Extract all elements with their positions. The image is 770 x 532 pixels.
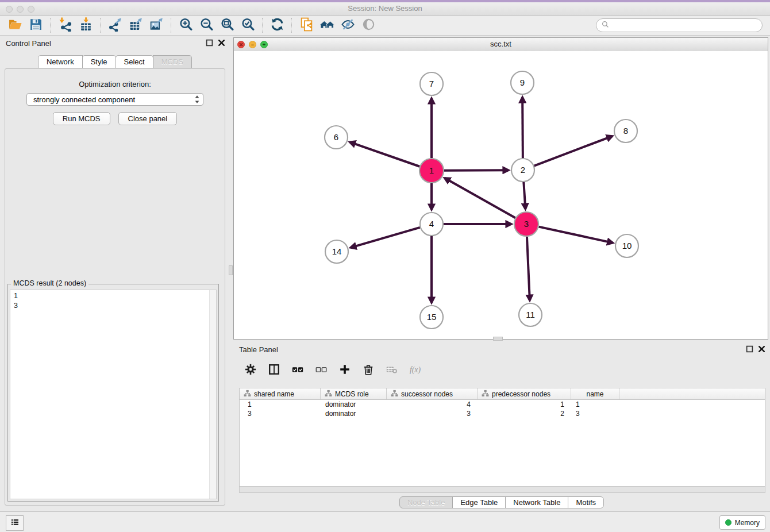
- table-row[interactable]: 1dominator411: [240, 400, 765, 409]
- toolbar-separator: [171, 18, 171, 33]
- graph-edge-3-1[interactable]: [445, 178, 515, 218]
- node-table: shared nameMCDS rolesuccessor nodesprede…: [239, 388, 765, 487]
- table-cell[interactable]: 1: [478, 400, 571, 408]
- close-panel-icon[interactable]: [218, 39, 225, 47]
- tab-select[interactable]: Select: [116, 55, 153, 68]
- open-session-button[interactable]: [5, 17, 25, 34]
- graph-edge-4-14[interactable]: [351, 228, 419, 248]
- mcds-result-box[interactable]: 1 3: [10, 290, 217, 499]
- minimize-window-button[interactable]: [17, 6, 24, 13]
- zoom-in-button[interactable]: [175, 17, 196, 34]
- table-tab-edge-table[interactable]: Edge Table: [452, 496, 506, 508]
- graph-node-14[interactable]: 14: [325, 240, 348, 263]
- import-table-button[interactable]: [75, 17, 96, 34]
- import-network-icon: [58, 17, 72, 34]
- graph-edge-2-8[interactable]: [534, 136, 613, 165]
- column-header-predecessor-nodes[interactable]: predecessor nodes: [478, 388, 571, 399]
- graph-edge-3-11[interactable]: [527, 237, 530, 300]
- graph-node-3[interactable]: 3: [514, 212, 538, 236]
- column-header-successor-nodes[interactable]: successor nodes: [387, 388, 478, 399]
- tab-style[interactable]: Style: [82, 55, 116, 68]
- zoom-window-button[interactable]: [28, 6, 34, 13]
- zoom-fit-button[interactable]: [217, 17, 237, 34]
- table-toolbar: f(x): [244, 359, 422, 382]
- column-header-name[interactable]: name: [571, 388, 619, 399]
- graph-node-6[interactable]: 6: [325, 126, 348, 149]
- delete-column-button[interactable]: [361, 364, 375, 377]
- graph-edge-1-2[interactable]: [444, 170, 509, 171]
- float-table-panel-icon[interactable]: [746, 345, 753, 353]
- table-tab-network-table[interactable]: Network Table: [505, 496, 568, 508]
- import-network-button[interactable]: [55, 17, 75, 34]
- vertical-splitter-handle[interactable]: [229, 265, 233, 275]
- trash-icon: [362, 363, 375, 378]
- export-table-button[interactable]: [125, 17, 146, 34]
- graph-edge-2-9[interactable]: [522, 97, 523, 158]
- unselect-all-icon: [315, 363, 328, 378]
- zoom-out-button[interactable]: [196, 17, 217, 34]
- svg-text:f(x): f(x): [410, 365, 421, 375]
- table-cell[interactable]: dominator: [321, 410, 387, 418]
- save-session-button[interactable]: [25, 17, 46, 34]
- table-cell[interactable]: 1: [571, 400, 619, 408]
- table-cell[interactable]: 1: [240, 400, 321, 408]
- unselect-all-columns-button[interactable]: [314, 364, 328, 377]
- refresh-layout-button[interactable]: [267, 17, 287, 34]
- add-column-button[interactable]: [338, 364, 352, 377]
- network-close-button[interactable]: ✕: [237, 41, 245, 48]
- close-panel-button[interactable]: Close panel: [118, 112, 178, 125]
- show-columns-button[interactable]: [267, 364, 281, 377]
- clone-network-button[interactable]: [296, 17, 317, 34]
- network-minimize-button[interactable]: −: [249, 41, 256, 48]
- graph-node-4[interactable]: 4: [420, 213, 443, 236]
- float-panel-icon[interactable]: [206, 39, 213, 47]
- table-hscrollbar[interactable]: [239, 487, 765, 493]
- graph-node-11[interactable]: 11: [519, 303, 542, 326]
- graph-node-9[interactable]: 9: [511, 71, 534, 94]
- home-neighbors-button[interactable]: [317, 17, 337, 34]
- graph-node-7[interactable]: 7: [420, 72, 443, 95]
- tab-mcds[interactable]: MCDS: [153, 55, 192, 68]
- graph-edge-1-6[interactable]: [350, 142, 419, 166]
- zoom-selected-button[interactable]: [237, 17, 258, 34]
- tab-network[interactable]: Network: [38, 55, 83, 68]
- optimization-criterion-select[interactable]: strongly connected component: [26, 93, 203, 106]
- graph-node-10[interactable]: 10: [615, 234, 638, 257]
- export-network-button[interactable]: [105, 17, 125, 34]
- network-window-titlebar[interactable]: ✕ − + scc.txt: [234, 38, 768, 52]
- close-table-panel-icon[interactable]: [758, 345, 765, 353]
- table-row[interactable]: 3dominator323: [240, 409, 765, 418]
- table-cell[interactable]: 3: [387, 410, 478, 418]
- table-tab-node-table[interactable]: Node Table: [399, 496, 453, 508]
- table-cell[interactable]: dominator: [321, 400, 387, 408]
- table-tab-motifs[interactable]: Motifs: [568, 496, 604, 508]
- network-maximize-button[interactable]: +: [260, 41, 268, 48]
- column-header-mcds-role[interactable]: MCDS role: [321, 388, 387, 399]
- close-window-button[interactable]: [6, 6, 13, 13]
- run-mcds-button[interactable]: Run MCDS: [53, 112, 110, 125]
- network-canvas[interactable]: 7968124314101511: [234, 51, 768, 339]
- column-header-shared-name[interactable]: shared name: [240, 388, 321, 399]
- graph-node-2[interactable]: 2: [511, 159, 534, 182]
- graph-node-15[interactable]: 15: [420, 306, 443, 329]
- graph-edge-3-10[interactable]: [538, 227, 613, 243]
- table-cell[interactable]: 2: [478, 410, 571, 418]
- zoom-in-icon: [179, 17, 193, 34]
- task-history-button[interactable]: [6, 515, 24, 531]
- export-image-button[interactable]: [146, 17, 167, 34]
- search-box[interactable]: [596, 18, 763, 32]
- table-cell[interactable]: 3: [240, 410, 321, 418]
- graph-node-8[interactable]: 8: [614, 119, 637, 142]
- node-label: 2: [521, 165, 525, 175]
- select-all-columns-button[interactable]: [291, 364, 305, 377]
- graph-edge-2-3[interactable]: [523, 182, 525, 209]
- horizontal-splitter-handle[interactable]: [493, 337, 503, 341]
- mcds-result-scrollbar[interactable]: [209, 290, 216, 499]
- memory-button[interactable]: Memory: [719, 515, 765, 530]
- table-cell[interactable]: 4: [387, 400, 478, 408]
- search-input[interactable]: [610, 21, 757, 30]
- table-settings-button[interactable]: [244, 364, 257, 377]
- graphics-details-button[interactable]: [337, 17, 358, 34]
- graph-node-1[interactable]: 1: [419, 159, 444, 183]
- table-cell[interactable]: 3: [571, 410, 619, 418]
